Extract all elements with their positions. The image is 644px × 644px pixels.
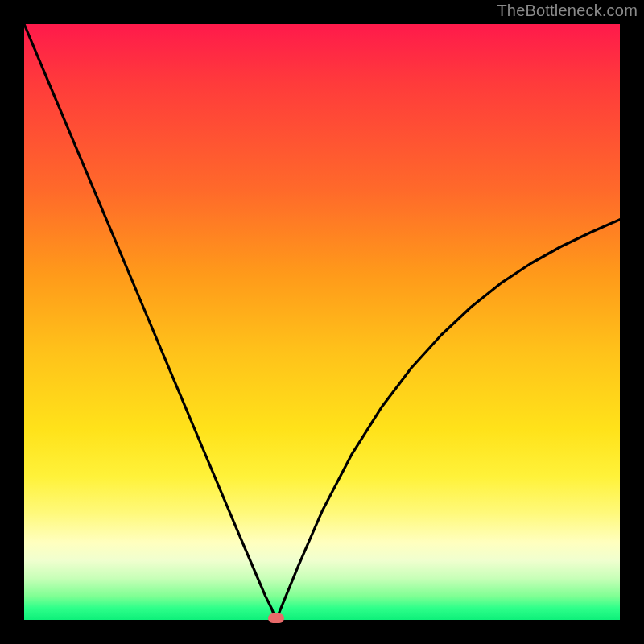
plot-area: [24, 24, 620, 620]
watermark-text: TheBottleneck.com: [497, 2, 638, 20]
minimum-marker: [268, 613, 284, 623]
bottleneck-curve: [24, 24, 620, 620]
chart-frame: TheBottleneck.com: [0, 0, 644, 644]
